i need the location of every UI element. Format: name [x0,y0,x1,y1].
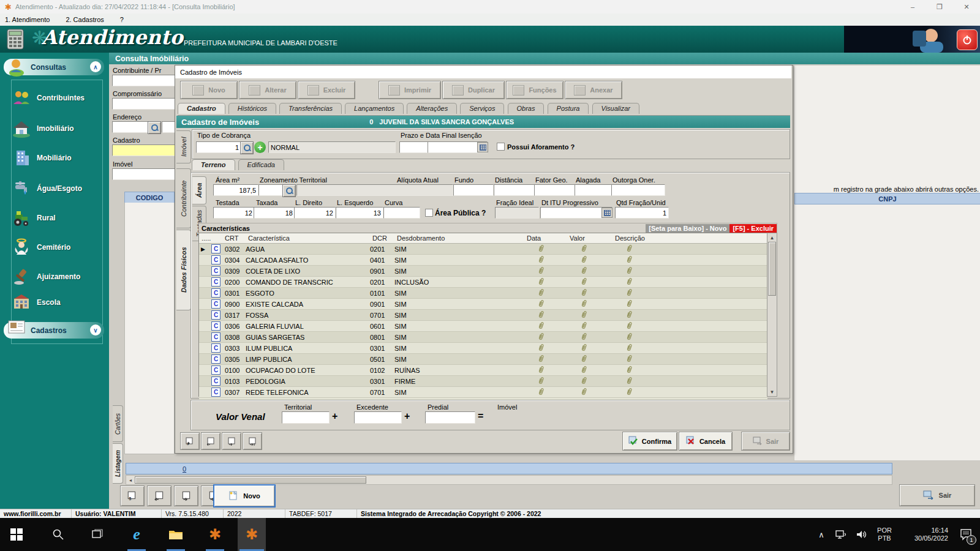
inner-tab-area[interactable]: Área [192,176,206,204]
sidebar-item-ajuizamento[interactable]: Ajuizamento [11,263,104,290]
table-row[interactable]: C 0307 REDE TELEFONICA 0701 SIM [199,387,767,398]
l-direito-input[interactable] [294,207,336,219]
data-attachment-icon[interactable] [524,255,567,265]
data-attachment-icon[interactable] [524,277,567,287]
table-row[interactable]: C 0900 EXISTE CALCADA 0901 SIM [199,299,767,310]
nav-prev-button[interactable] [201,432,221,450]
nav-last-button[interactable] [243,432,262,450]
table-row[interactable]: C 0301 ESGOTO 0101 SIM [199,288,767,299]
testada-input[interactable] [213,207,255,219]
descricao-attachment-icon[interactable] [612,332,767,342]
tipo-cobranca-desc-input[interactable] [268,141,396,153]
data-attachment-icon[interactable] [524,310,567,320]
table-vscrollbar[interactable]: ▲ ▼ [767,233,777,397]
data-attachment-icon[interactable] [524,377,567,386]
imprimir-button[interactable]: Imprimir [379,81,441,99]
valor-attachment-icon[interactable] [567,266,612,276]
fundo-input[interactable] [453,184,494,196]
dialog-sair-button[interactable]: Sair [741,432,790,451]
codigo-column-header[interactable]: CODIGO [124,192,175,203]
internet-explorer-icon[interactable]: e [123,518,151,551]
descricao-attachment-icon[interactable] [612,354,767,364]
sidebar-item-contribuintes[interactable]: Contribuintes [11,84,104,111]
sidebar-item-rural[interactable]: Rural [11,204,104,231]
table-row[interactable]: C 0304 CALCADA ASFALTO 0401 SIM [199,255,767,266]
fracao-ideal-input[interactable] [495,207,539,219]
zoneamento-code-input[interactable] [258,184,284,196]
valor-attachment-icon[interactable] [567,377,612,386]
fiorilli-app-active-icon[interactable]: ✱ [238,518,266,551]
duplicar-button[interactable]: Duplicar [442,81,505,99]
scroll-down-icon[interactable]: ▼ [770,388,775,396]
tab-alteracoes[interactable]: Alterações [407,103,457,114]
aforamento-checkbox[interactable] [497,143,505,151]
menu-atendimento[interactable]: 1. Atendimento [5,16,50,23]
tab-transferencias[interactable]: Transferências [279,103,342,114]
data-attachment-icon[interactable] [524,365,567,375]
sidebar-group-consultas[interactable]: Consultas ∧ [4,59,104,75]
tab-terreno[interactable]: Terreno [192,159,235,170]
tab-obras[interactable]: Obras [508,103,545,114]
valor-attachment-icon[interactable] [567,354,612,364]
l-esquerdo-input[interactable] [336,207,383,219]
distancia-input[interactable] [494,184,535,196]
menu-help[interactable]: ? [120,16,124,23]
zoneamento-desc-input[interactable] [296,184,453,196]
alterar-button[interactable]: Alterar [239,81,296,99]
taskbar-search-button[interactable] [44,518,72,551]
hscroll-thumb[interactable] [135,476,366,484]
nav-prev-button[interactable] [147,485,172,506]
nav-next-button[interactable] [222,432,241,450]
data-attachment-icon[interactable] [524,288,567,298]
qtd-fracao-input[interactable] [615,207,669,219]
excedente-input[interactable] [354,411,402,424]
side-tab-dados-fisicos[interactable]: Dados Físicos [176,230,191,310]
scroll-left-icon[interactable]: ◂ [126,476,135,484]
valor-attachment-icon[interactable] [567,255,612,265]
side-tab-contribuinte[interactable]: Contribuinte [176,168,191,228]
table-row[interactable]: C 0305 LIMP PUBLICA 0501 SIM [199,354,767,365]
novo-button[interactable]: Novo [180,81,238,99]
excluir-button[interactable]: Excluir [298,81,355,99]
table-row[interactable]: ▶ C 0302 AGUA 0201 SIM [199,244,767,255]
notification-center-icon[interactable]: 1 [952,518,980,551]
valor-attachment-icon[interactable] [567,288,612,298]
tipo-cobranca-add-button[interactable]: + [254,141,266,153]
data-attachment-icon[interactable] [524,244,567,254]
valor-attachment-icon[interactable] [567,332,612,342]
valor-attachment-icon[interactable] [567,343,612,353]
valor-attachment-icon[interactable] [567,277,612,287]
chevron-down-icon[interactable]: ∨ [90,324,101,335]
taxada-input[interactable] [254,207,295,219]
file-explorer-icon[interactable] [162,518,190,551]
scroll-thumb[interactable] [768,242,776,296]
descricao-attachment-icon[interactable] [612,365,767,375]
data-attachment-icon[interactable] [524,299,567,309]
valor-attachment-icon[interactable] [567,299,612,309]
curva-input[interactable] [383,207,420,219]
descricao-attachment-icon[interactable] [612,310,767,320]
table-row[interactable]: C 0303 ILUM PUBLICA 0301 SIM [199,343,767,354]
tipo-cobranca-code-input[interactable] [196,141,241,153]
zoneamento-search-button[interactable] [282,184,296,197]
clock-indicator[interactable]: 16:14 30/05/2022 [897,518,952,551]
endereco-input[interactable] [112,121,149,133]
start-button[interactable] [2,518,31,551]
descricao-attachment-icon[interactable] [612,255,767,265]
descricao-attachment-icon[interactable] [612,343,767,353]
descricao-attachment-icon[interactable] [612,288,767,298]
anexar-button[interactable]: Anexar [565,81,622,99]
minimize-button[interactable]: – [899,3,926,10]
tray-chevron-icon[interactable]: ∧ [812,518,831,551]
isencao-prazo-input[interactable] [399,141,429,153]
tab-edificada[interactable]: Edificada [238,159,284,170]
speaker-icon[interactable] [851,518,872,551]
calendar-button[interactable] [601,208,612,218]
close-button[interactable]: ✕ [953,3,980,11]
language-indicator[interactable]: POR PTB [872,518,897,551]
endereco-search-button[interactable] [148,121,161,134]
territorial-input[interactable] [282,411,330,424]
descricao-attachment-icon[interactable] [612,244,767,254]
nav-first-button[interactable]: 5 [180,432,200,450]
selected-grid-row[interactable]: 0 [126,463,892,474]
